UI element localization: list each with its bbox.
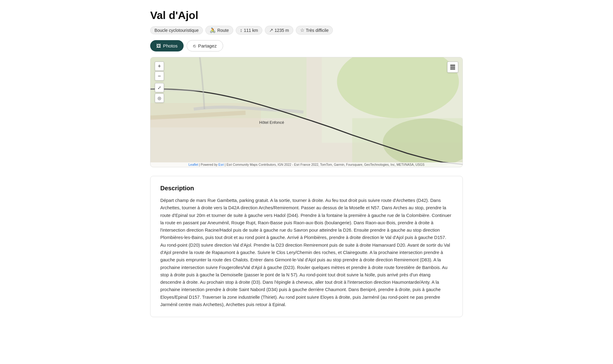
action-row: 🖼 Photos ⎋ Partagez — [150, 40, 463, 51]
locate-icon: ◎ — [158, 96, 161, 100]
photos-label: Photos — [163, 43, 177, 48]
locate-button[interactable]: ◎ — [155, 93, 164, 103]
svg-rect-10 — [450, 68, 455, 70]
layers-icon — [450, 64, 456, 70]
esri-link[interactable]: Esri — [219, 163, 224, 166]
description-title: Description — [160, 185, 453, 192]
map-attribution: Leaflet | Powered by Esri | Esri Communi… — [150, 162, 463, 167]
svg-text:Hôtel Enfoncé: Hôtel Enfoncé — [259, 120, 284, 125]
share-label: Partagez — [198, 43, 217, 48]
distance-icon: ↕ — [240, 28, 242, 33]
page-title: Val d'Ajol — [150, 9, 463, 21]
svg-rect-9 — [450, 66, 455, 68]
badge-distance-label: 111 km — [244, 28, 258, 33]
badge-type-label: Boucle cyclotouristique — [154, 28, 199, 33]
attribution-detail: | Esri Community Maps Contributors, IGN … — [225, 163, 425, 166]
meta-row: Boucle cyclotouristique 🚴 Route ↕ 111 km… — [150, 26, 463, 35]
star-icon: ☆ — [300, 27, 304, 33]
zoom-in-icon: + — [158, 63, 161, 70]
zoom-out-icon: − — [158, 73, 161, 79]
share-button[interactable]: ⎋ Partagez — [187, 40, 223, 51]
fullscreen-icon: ⤢ — [158, 85, 161, 90]
photos-icon: 🖼 — [156, 43, 161, 48]
badge-activity: 🚴 Route — [205, 26, 233, 35]
description-text: Départ champ de mars Rue Gambetta, parki… — [160, 197, 453, 308]
zoom-in-button[interactable]: + — [155, 62, 164, 71]
fullscreen-button[interactable]: ⤢ — [155, 83, 164, 92]
leaflet-link[interactable]: Leaflet — [188, 163, 198, 166]
badge-elevation: ↗ 1235 m — [265, 26, 293, 35]
map-container: Hôtel Enfoncé + − ⤢ ◎ Leaflet — [150, 57, 463, 167]
badge-elevation-label: 1235 m — [275, 28, 289, 33]
description-card: Description Départ champ de mars Rue Gam… — [150, 176, 463, 317]
badge-type: Boucle cyclotouristique — [150, 26, 203, 34]
svg-rect-8 — [450, 65, 455, 66]
badge-distance: ↕ 111 km — [236, 26, 262, 35]
zoom-out-button[interactable]: − — [155, 71, 164, 81]
bike-icon: 🚴 — [210, 27, 216, 33]
elevation-icon: ↗ — [269, 27, 273, 33]
badge-activity-label: Route — [217, 28, 229, 33]
photos-button[interactable]: 🖼 Photos — [150, 40, 184, 51]
map-svg: Hôtel Enfoncé — [150, 57, 463, 167]
attribution-text: | Powered by — [199, 163, 218, 166]
badge-difficulty-label: Très difficile — [306, 28, 329, 33]
layers-button[interactable] — [447, 62, 458, 73]
badge-difficulty: ☆ Très difficile — [296, 26, 333, 35]
share-icon: ⎋ — [193, 43, 196, 48]
